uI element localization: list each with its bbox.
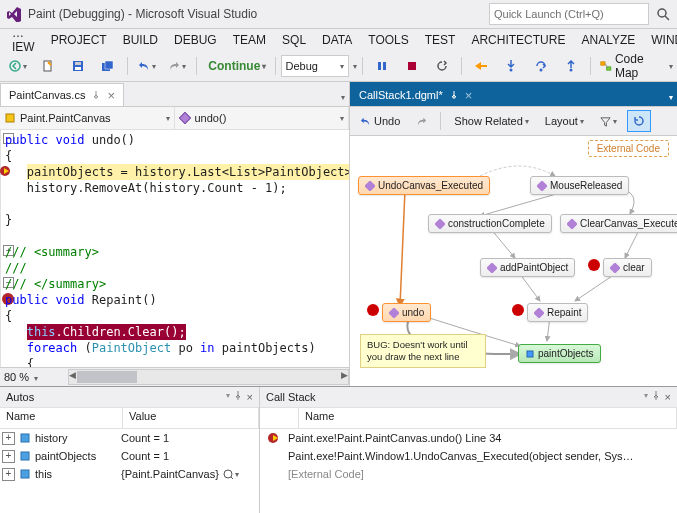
menu-window[interactable]: WINDOW bbox=[643, 31, 677, 49]
close-icon[interactable]: × bbox=[665, 391, 671, 403]
node-undo[interactable]: undo bbox=[382, 303, 431, 322]
class-nav-combo[interactable]: Paint.PaintCanvas ▾ bbox=[0, 107, 175, 129]
svg-rect-31 bbox=[21, 452, 29, 460]
autos-row[interactable]: + this {Paint.PaintCanvas} ▾ bbox=[0, 465, 259, 483]
menu-view[interactable]: …IEW bbox=[4, 24, 43, 56]
file-tab-callstack-dgml[interactable]: CallStack1.dgml* × bbox=[350, 83, 481, 106]
tab-overflow[interactable]: ▾ bbox=[665, 89, 677, 106]
external-code-group[interactable]: External Code bbox=[588, 140, 669, 157]
visualizer-icon[interactable] bbox=[223, 469, 233, 479]
autos-row[interactable]: + paintObjects Count = 1 bbox=[0, 447, 259, 465]
toolbar-separator bbox=[275, 57, 276, 75]
node-undocanvas-executed[interactable]: UndoCanvas_Executed bbox=[358, 176, 490, 195]
expand-toggle[interactable]: + bbox=[2, 468, 15, 481]
callstack-row[interactable]: [External Code] bbox=[260, 465, 677, 483]
menu-sql[interactable]: SQL bbox=[274, 31, 314, 49]
stop-button[interactable] bbox=[398, 54, 426, 78]
comment: /// bbox=[5, 261, 27, 275]
callstack-row[interactable]: Paint.exe!Paint.Window1.UndoCanvas_Execu… bbox=[260, 447, 677, 465]
breakpoint-indicator[interactable] bbox=[512, 304, 524, 316]
quick-launch-input[interactable]: Quick Launch (Ctrl+Q) bbox=[489, 3, 649, 25]
toolbar-overflow-end[interactable]: ▾ bbox=[669, 62, 673, 71]
menu-project[interactable]: PROJECT bbox=[43, 31, 115, 49]
file-tab-paintcanvas[interactable]: PaintCanvas.cs × bbox=[0, 83, 124, 106]
dependency-graph[interactable]: External Code UndoCanvas_Executed MouseR… bbox=[350, 136, 677, 386]
menu-team[interactable]: TEAM bbox=[225, 31, 274, 49]
dgml-redo-button[interactable] bbox=[410, 110, 433, 132]
menu-analyze[interactable]: ANALYZE bbox=[573, 31, 643, 49]
step-into-button[interactable] bbox=[497, 54, 525, 78]
node-paintobjects[interactable]: paintObjects bbox=[518, 344, 601, 363]
col-value-header[interactable]: Value bbox=[123, 408, 259, 428]
code-area[interactable]: − + − public void undo() { paintObjects … bbox=[0, 130, 349, 367]
pin-icon[interactable] bbox=[91, 90, 101, 100]
restart-button[interactable] bbox=[428, 54, 456, 78]
refresh-button[interactable] bbox=[627, 110, 651, 132]
menu-build[interactable]: BUILD bbox=[115, 31, 166, 49]
breakpoint-indicator[interactable] bbox=[588, 259, 600, 271]
break-all-button[interactable] bbox=[368, 54, 396, 78]
step-out-button[interactable] bbox=[557, 54, 585, 78]
node-clear[interactable]: clear bbox=[603, 258, 652, 277]
node-repaint[interactable]: Repaint bbox=[527, 303, 588, 322]
breakpoint-indicator[interactable] bbox=[367, 304, 379, 316]
save-all-button[interactable] bbox=[94, 54, 122, 78]
col-name-header[interactable]: Name bbox=[299, 408, 677, 428]
scrollbar-thumb[interactable] bbox=[77, 371, 137, 383]
menu-architecture[interactable]: ARCHITECTURE bbox=[463, 31, 573, 49]
col-name-header[interactable]: Name bbox=[0, 408, 123, 428]
code-body[interactable]: public void undo() { paintObjects = hist… bbox=[1, 130, 349, 367]
tab-overflow[interactable]: ▾ bbox=[337, 89, 349, 106]
continue-button[interactable]: Continue▾ bbox=[202, 54, 270, 78]
redo-button[interactable]: ▾ bbox=[163, 54, 191, 78]
node-addpaintobject[interactable]: addPaintObject bbox=[480, 258, 575, 277]
menu-tools[interactable]: TOOLS bbox=[360, 31, 416, 49]
search-icon[interactable] bbox=[655, 6, 671, 22]
callstack-row[interactable]: Paint.exe!Paint.PaintCanvas.undo() Line … bbox=[260, 429, 677, 447]
pin-icon[interactable] bbox=[652, 391, 661, 400]
expand-toggle[interactable]: + bbox=[2, 450, 15, 463]
svg-point-13 bbox=[540, 69, 543, 72]
step-over-button[interactable] bbox=[527, 54, 555, 78]
node-constructioncomplete[interactable]: constructionComplete bbox=[428, 214, 552, 233]
close-icon[interactable]: × bbox=[465, 89, 473, 102]
annotation-note[interactable]: BUG: Doesn't work until you draw the nex… bbox=[360, 334, 486, 368]
show-next-button[interactable] bbox=[467, 54, 495, 78]
pin-icon[interactable] bbox=[449, 90, 459, 100]
autos-row[interactable]: + history Count = 1 bbox=[0, 429, 259, 447]
var-value: Count = 1 bbox=[121, 450, 169, 462]
method-nav-combo[interactable]: undo() ▾ bbox=[175, 107, 350, 129]
nav-back-button[interactable]: ▾ bbox=[4, 54, 32, 78]
config-combo[interactable]: Debug▾ bbox=[281, 55, 350, 77]
title-bar: Paint (Debugging) - Microsoft Visual Stu… bbox=[0, 0, 677, 29]
show-related-button[interactable]: Show Related▾ bbox=[448, 110, 535, 132]
zoom-combo[interactable]: 80 % ▾ bbox=[0, 371, 68, 383]
toolbar-separator bbox=[440, 112, 441, 130]
autos-header[interactable]: Autos ▾× bbox=[0, 387, 259, 408]
save-button[interactable] bbox=[64, 54, 92, 78]
menu-debug[interactable]: DEBUG bbox=[166, 31, 225, 49]
pin-icon[interactable] bbox=[234, 391, 243, 400]
class-icon bbox=[4, 112, 16, 124]
callstack-header[interactable]: Call Stack ▾× bbox=[260, 387, 677, 408]
node-clearcanvas-executed[interactable]: ClearCanvas_Executed bbox=[560, 214, 677, 233]
close-icon[interactable]: × bbox=[247, 391, 253, 403]
editor-pane: PaintCanvas.cs × ▾ Paint.PaintCanvas ▾ u… bbox=[0, 82, 350, 386]
var-name: this bbox=[35, 468, 121, 480]
menu-data[interactable]: DATA bbox=[314, 31, 360, 49]
menu-test[interactable]: TEST bbox=[417, 31, 464, 49]
variable-icon bbox=[18, 467, 32, 481]
horizontal-scrollbar[interactable]: ◀▶ bbox=[68, 369, 349, 385]
toolbar-overflow[interactable]: ▾ bbox=[353, 62, 357, 71]
filter-button[interactable]: ▾ bbox=[594, 110, 623, 132]
code-map-button[interactable]: Code Map bbox=[596, 54, 665, 78]
expand-toggle[interactable]: + bbox=[2, 432, 15, 445]
window-options-icon[interactable]: ▾ bbox=[226, 391, 230, 403]
window-options-icon[interactable]: ▾ bbox=[644, 391, 648, 403]
node-mousereleased[interactable]: MouseReleased bbox=[530, 176, 629, 195]
layout-button[interactable]: Layout▾ bbox=[539, 110, 590, 132]
dgml-undo-button[interactable]: Undo bbox=[354, 110, 406, 132]
close-icon[interactable]: × bbox=[107, 89, 115, 102]
new-file-button[interactable] bbox=[34, 54, 62, 78]
undo-button[interactable]: ▾ bbox=[133, 54, 161, 78]
